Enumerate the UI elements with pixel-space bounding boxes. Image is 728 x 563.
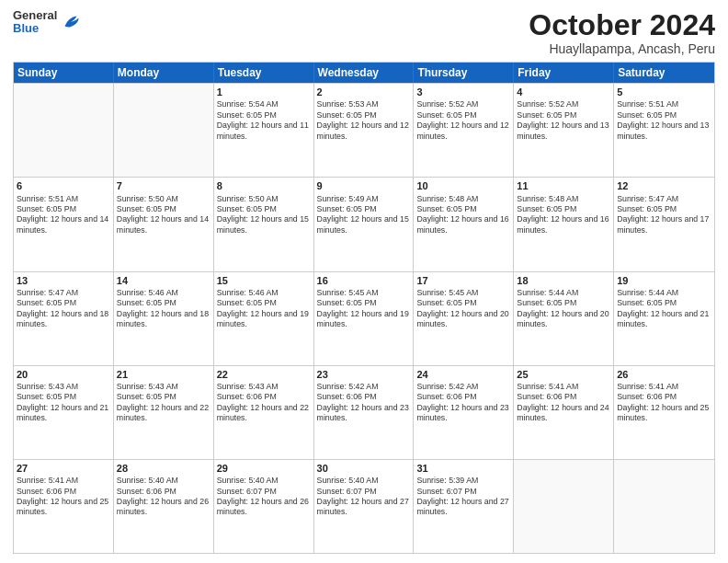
empty-cell — [514, 460, 614, 553]
empty-cell — [14, 84, 114, 177]
day-cell-12: 12Sunrise: 5:47 AMSunset: 6:05 PMDayligh… — [614, 178, 714, 270]
sunrise-info: Sunrise: 5:52 AM — [416, 99, 510, 109]
empty-cell — [114, 84, 214, 177]
sunset-info: Sunset: 6:05 PM — [416, 204, 510, 214]
sunset-info: Sunset: 6:05 PM — [317, 298, 411, 308]
day-cell-6: 6Sunrise: 5:51 AMSunset: 6:05 PMDaylight… — [14, 178, 114, 270]
sunrise-info: Sunrise: 5:41 AM — [617, 382, 711, 392]
day-number: 22 — [217, 368, 311, 381]
sunrise-info: Sunrise: 5:46 AM — [117, 288, 210, 298]
day-number: 12 — [617, 179, 711, 192]
day-number: 19 — [617, 274, 711, 287]
day-number: 28 — [117, 462, 210, 475]
day-cell-18: 18Sunrise: 5:44 AMSunset: 6:05 PMDayligh… — [514, 272, 614, 365]
sunrise-info: Sunrise: 5:48 AM — [517, 194, 610, 204]
sunset-info: Sunset: 6:05 PM — [117, 392, 210, 402]
sunset-info: Sunset: 6:05 PM — [416, 110, 510, 121]
day-cell-11: 11Sunrise: 5:48 AMSunset: 6:05 PMDayligh… — [514, 178, 614, 270]
sunrise-info: Sunrise: 5:51 AM — [617, 99, 711, 109]
day-cell-27: 27Sunrise: 5:41 AMSunset: 6:06 PMDayligh… — [14, 460, 114, 553]
day-number: 17 — [416, 274, 510, 287]
daylight-info: Daylight: 12 hours and 16 minutes. — [416, 214, 510, 236]
calendar-week-3: 13Sunrise: 5:47 AMSunset: 6:05 PMDayligh… — [14, 271, 714, 365]
sunset-info: Sunset: 6:05 PM — [617, 204, 711, 214]
header: General Blue October 2024 Huayllapampa, … — [13, 9, 715, 56]
day-cell-7: 7Sunrise: 5:50 AMSunset: 6:05 PMDaylight… — [114, 178, 214, 270]
daylight-info: Daylight: 12 hours and 22 minutes. — [117, 403, 210, 424]
sunset-info: Sunset: 6:07 PM — [217, 487, 311, 497]
day-number: 31 — [416, 462, 510, 475]
daylight-info: Daylight: 12 hours and 18 minutes. — [17, 309, 110, 330]
day-cell-14: 14Sunrise: 5:46 AMSunset: 6:05 PMDayligh… — [114, 272, 214, 365]
sunrise-info: Sunrise: 5:39 AM — [416, 476, 510, 486]
sunrise-info: Sunrise: 5:40 AM — [117, 476, 210, 486]
daylight-info: Daylight: 12 hours and 21 minutes. — [17, 403, 110, 424]
sunrise-info: Sunrise: 5:40 AM — [317, 476, 411, 486]
daylight-info: Daylight: 12 hours and 14 minutes. — [17, 214, 110, 236]
day-number: 11 — [517, 179, 610, 192]
calendar-week-5: 27Sunrise: 5:41 AMSunset: 6:06 PMDayligh… — [14, 459, 714, 553]
daylight-info: Daylight: 12 hours and 19 minutes. — [317, 309, 411, 330]
sunrise-info: Sunrise: 5:51 AM — [17, 194, 110, 204]
sunrise-info: Sunrise: 5:44 AM — [617, 288, 711, 298]
daylight-info: Daylight: 12 hours and 27 minutes. — [416, 497, 510, 518]
calendar-week-1: 1Sunrise: 5:54 AMSunset: 6:05 PMDaylight… — [14, 83, 714, 177]
weekday-header-wednesday: Wednesday — [314, 63, 415, 83]
logo-text: General Blue — [13, 9, 57, 36]
day-cell-9: 9Sunrise: 5:49 AMSunset: 6:05 PMDaylight… — [314, 178, 415, 270]
day-number: 13 — [17, 274, 110, 287]
sunrise-info: Sunrise: 5:47 AM — [617, 194, 711, 204]
daylight-info: Daylight: 12 hours and 21 minutes. — [617, 309, 711, 330]
daylight-info: Daylight: 12 hours and 19 minutes. — [217, 309, 311, 330]
calendar-week-4: 20Sunrise: 5:43 AMSunset: 6:05 PMDayligh… — [14, 365, 714, 459]
sunset-info: Sunset: 6:06 PM — [317, 392, 411, 402]
sunset-info: Sunset: 6:05 PM — [317, 204, 411, 214]
day-cell-22: 22Sunrise: 5:43 AMSunset: 6:06 PMDayligh… — [214, 366, 314, 459]
daylight-info: Daylight: 12 hours and 24 minutes. — [517, 403, 610, 424]
day-cell-17: 17Sunrise: 5:45 AMSunset: 6:05 PMDayligh… — [414, 272, 514, 365]
calendar-subtitle: Huayllapampa, Ancash, Peru — [529, 41, 715, 56]
sunset-info: Sunset: 6:07 PM — [317, 487, 411, 497]
weekday-header-monday: Monday — [114, 63, 214, 83]
sunset-info: Sunset: 6:05 PM — [117, 298, 210, 308]
day-cell-13: 13Sunrise: 5:47 AMSunset: 6:05 PMDayligh… — [14, 272, 114, 365]
calendar-header: SundayMondayTuesdayWednesdayThursdayFrid… — [14, 63, 714, 83]
daylight-info: Daylight: 12 hours and 23 minutes. — [416, 403, 510, 424]
daylight-info: Daylight: 12 hours and 20 minutes. — [416, 309, 510, 330]
day-number: 16 — [317, 274, 411, 287]
weekday-header-thursday: Thursday — [414, 63, 514, 83]
day-cell-25: 25Sunrise: 5:41 AMSunset: 6:06 PMDayligh… — [514, 366, 614, 459]
day-cell-30: 30Sunrise: 5:40 AMSunset: 6:07 PMDayligh… — [314, 460, 415, 553]
day-number: 1 — [217, 86, 311, 98]
sunrise-info: Sunrise: 5:54 AM — [217, 99, 311, 109]
day-number: 6 — [17, 179, 110, 192]
day-number: 3 — [416, 86, 510, 98]
title-block: October 2024 Huayllapampa, Ancash, Peru — [529, 9, 715, 56]
daylight-info: Daylight: 12 hours and 25 minutes. — [617, 403, 711, 424]
daylight-info: Daylight: 12 hours and 18 minutes. — [117, 309, 210, 330]
sunset-info: Sunset: 6:06 PM — [17, 487, 110, 497]
sunrise-info: Sunrise: 5:43 AM — [17, 382, 110, 392]
empty-cell — [614, 460, 714, 553]
day-cell-20: 20Sunrise: 5:43 AMSunset: 6:05 PMDayligh… — [14, 366, 114, 459]
daylight-info: Daylight: 12 hours and 26 minutes. — [117, 497, 210, 518]
sunset-info: Sunset: 6:05 PM — [617, 298, 711, 308]
day-cell-10: 10Sunrise: 5:48 AMSunset: 6:05 PMDayligh… — [414, 178, 514, 270]
weekday-header-friday: Friday — [514, 63, 614, 83]
day-cell-16: 16Sunrise: 5:45 AMSunset: 6:05 PMDayligh… — [314, 272, 415, 365]
sunset-info: Sunset: 6:05 PM — [317, 110, 411, 121]
daylight-info: Daylight: 12 hours and 20 minutes. — [517, 309, 610, 330]
sunset-info: Sunset: 6:06 PM — [617, 392, 711, 402]
day-cell-26: 26Sunrise: 5:41 AMSunset: 6:06 PMDayligh… — [614, 366, 714, 459]
sunset-info: Sunset: 6:05 PM — [617, 110, 711, 121]
day-number: 5 — [617, 86, 711, 98]
day-number: 20 — [17, 368, 110, 381]
sunrise-info: Sunrise: 5:50 AM — [117, 194, 210, 204]
sunset-info: Sunset: 6:05 PM — [17, 392, 110, 402]
daylight-info: Daylight: 12 hours and 27 minutes. — [317, 497, 411, 518]
daylight-info: Daylight: 12 hours and 17 minutes. — [617, 214, 711, 236]
daylight-info: Daylight: 12 hours and 23 minutes. — [317, 403, 411, 424]
sunrise-info: Sunrise: 5:46 AM — [217, 288, 311, 298]
daylight-info: Daylight: 12 hours and 16 minutes. — [517, 214, 610, 236]
sunrise-info: Sunrise: 5:41 AM — [517, 382, 610, 392]
